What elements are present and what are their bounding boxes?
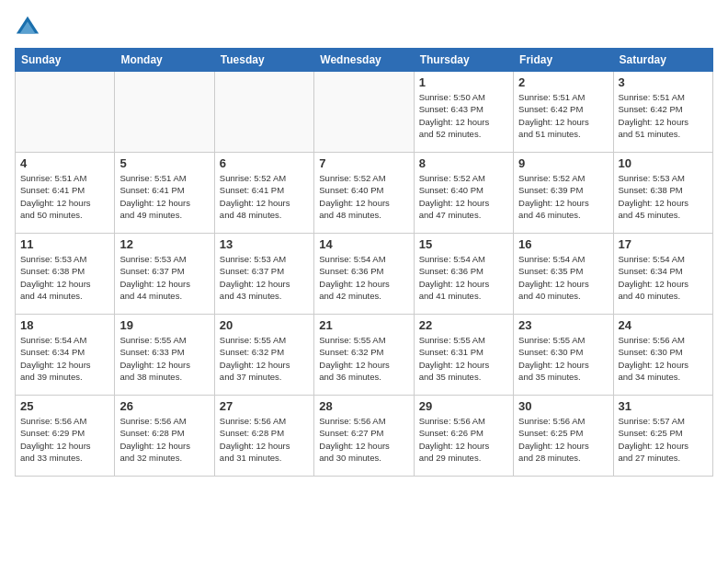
column-header-monday: Monday <box>115 49 214 72</box>
day-number: 15 <box>419 237 508 251</box>
day-number: 14 <box>319 237 408 251</box>
day-number: 23 <box>518 318 608 332</box>
day-number: 27 <box>220 399 309 413</box>
day-number: 8 <box>419 156 508 170</box>
calendar-week-3: 11Sunrise: 5:53 AM Sunset: 6:38 PM Dayli… <box>16 234 713 315</box>
calendar-cell <box>16 72 115 153</box>
column-header-sunday: Sunday <box>16 49 115 72</box>
logo <box>15 15 44 40</box>
day-info: Sunrise: 5:50 AM Sunset: 6:43 PM Dayligh… <box>419 91 508 140</box>
day-number: 19 <box>119 318 209 332</box>
day-number: 5 <box>119 156 209 170</box>
day-number: 12 <box>119 237 209 251</box>
calendar-cell: 21Sunrise: 5:55 AM Sunset: 6:32 PM Dayli… <box>314 315 414 396</box>
day-info: Sunrise: 5:54 AM Sunset: 6:35 PM Dayligh… <box>518 253 608 302</box>
calendar-cell <box>214 72 313 153</box>
day-number: 1 <box>419 75 508 89</box>
calendar-cell: 20Sunrise: 5:55 AM Sunset: 6:32 PM Dayli… <box>214 315 313 396</box>
day-info: Sunrise: 5:53 AM Sunset: 6:38 PM Dayligh… <box>619 172 708 221</box>
calendar-cell: 11Sunrise: 5:53 AM Sunset: 6:38 PM Dayli… <box>16 234 115 315</box>
calendar-cell: 13Sunrise: 5:53 AM Sunset: 6:37 PM Dayli… <box>214 234 313 315</box>
calendar-cell: 15Sunrise: 5:54 AM Sunset: 6:36 PM Dayli… <box>414 234 513 315</box>
calendar-cell: 27Sunrise: 5:56 AM Sunset: 6:28 PM Dayli… <box>214 396 313 477</box>
day-info: Sunrise: 5:54 AM Sunset: 6:34 PM Dayligh… <box>619 253 708 302</box>
calendar-week-5: 25Sunrise: 5:56 AM Sunset: 6:29 PM Dayli… <box>16 396 713 477</box>
calendar-cell: 22Sunrise: 5:55 AM Sunset: 6:31 PM Dayli… <box>414 315 513 396</box>
day-number: 9 <box>518 156 608 170</box>
day-info: Sunrise: 5:56 AM Sunset: 6:30 PM Dayligh… <box>619 334 708 383</box>
calendar-cell: 24Sunrise: 5:56 AM Sunset: 6:30 PM Dayli… <box>613 315 712 396</box>
day-info: Sunrise: 5:51 AM Sunset: 6:42 PM Dayligh… <box>619 91 708 140</box>
calendar-cell: 29Sunrise: 5:56 AM Sunset: 6:26 PM Dayli… <box>414 396 513 477</box>
day-number: 11 <box>20 237 109 251</box>
day-number: 25 <box>20 399 109 413</box>
day-number: 2 <box>518 75 608 89</box>
calendar-cell: 2Sunrise: 5:51 AM Sunset: 6:42 PM Daylig… <box>514 72 613 153</box>
day-info: Sunrise: 5:52 AM Sunset: 6:41 PM Dayligh… <box>220 172 309 221</box>
day-info: Sunrise: 5:56 AM Sunset: 6:29 PM Dayligh… <box>20 415 109 464</box>
calendar-cell: 3Sunrise: 5:51 AM Sunset: 6:42 PM Daylig… <box>613 72 712 153</box>
day-number: 31 <box>619 399 708 413</box>
calendar-week-1: 1Sunrise: 5:50 AM Sunset: 6:43 PM Daylig… <box>16 72 713 153</box>
day-info: Sunrise: 5:56 AM Sunset: 6:28 PM Dayligh… <box>119 415 209 464</box>
day-number: 3 <box>619 75 708 89</box>
day-number: 22 <box>419 318 508 332</box>
column-header-thursday: Thursday <box>414 49 513 72</box>
day-info: Sunrise: 5:51 AM Sunset: 6:41 PM Dayligh… <box>20 172 109 221</box>
day-info: Sunrise: 5:53 AM Sunset: 6:37 PM Dayligh… <box>220 253 309 302</box>
day-info: Sunrise: 5:55 AM Sunset: 6:33 PM Dayligh… <box>119 334 209 383</box>
calendar-cell: 1Sunrise: 5:50 AM Sunset: 6:43 PM Daylig… <box>414 72 513 153</box>
day-info: Sunrise: 5:56 AM Sunset: 6:26 PM Dayligh… <box>419 415 508 464</box>
day-info: Sunrise: 5:52 AM Sunset: 6:40 PM Dayligh… <box>319 172 408 221</box>
calendar-cell: 31Sunrise: 5:57 AM Sunset: 6:25 PM Dayli… <box>613 396 712 477</box>
calendar-cell: 28Sunrise: 5:56 AM Sunset: 6:27 PM Dayli… <box>314 396 414 477</box>
calendar-week-4: 18Sunrise: 5:54 AM Sunset: 6:34 PM Dayli… <box>16 315 713 396</box>
day-info: Sunrise: 5:52 AM Sunset: 6:39 PM Dayligh… <box>518 172 608 221</box>
calendar-table: SundayMondayTuesdayWednesdayThursdayFrid… <box>15 48 713 477</box>
column-header-friday: Friday <box>514 49 613 72</box>
column-header-tuesday: Tuesday <box>214 49 313 72</box>
calendar-cell: 23Sunrise: 5:55 AM Sunset: 6:30 PM Dayli… <box>514 315 613 396</box>
calendar-cell: 9Sunrise: 5:52 AM Sunset: 6:39 PM Daylig… <box>514 153 613 234</box>
day-info: Sunrise: 5:56 AM Sunset: 6:25 PM Dayligh… <box>518 415 608 464</box>
day-info: Sunrise: 5:54 AM Sunset: 6:36 PM Dayligh… <box>319 253 408 302</box>
day-info: Sunrise: 5:56 AM Sunset: 6:27 PM Dayligh… <box>319 415 408 464</box>
day-info: Sunrise: 5:51 AM Sunset: 6:42 PM Dayligh… <box>518 91 608 140</box>
day-info: Sunrise: 5:54 AM Sunset: 6:36 PM Dayligh… <box>419 253 508 302</box>
calendar-cell: 30Sunrise: 5:56 AM Sunset: 6:25 PM Dayli… <box>514 396 613 477</box>
day-info: Sunrise: 5:55 AM Sunset: 6:31 PM Dayligh… <box>419 334 508 383</box>
column-header-wednesday: Wednesday <box>314 49 414 72</box>
day-info: Sunrise: 5:57 AM Sunset: 6:25 PM Dayligh… <box>619 415 708 464</box>
day-number: 20 <box>220 318 309 332</box>
day-number: 6 <box>220 156 309 170</box>
day-number: 24 <box>619 318 708 332</box>
calendar-cell: 10Sunrise: 5:53 AM Sunset: 6:38 PM Dayli… <box>613 153 712 234</box>
day-info: Sunrise: 5:56 AM Sunset: 6:28 PM Dayligh… <box>220 415 309 464</box>
day-number: 28 <box>319 399 408 413</box>
day-number: 21 <box>319 318 408 332</box>
logo-icon <box>15 15 40 40</box>
day-number: 16 <box>518 237 608 251</box>
day-info: Sunrise: 5:54 AM Sunset: 6:34 PM Dayligh… <box>20 334 109 383</box>
calendar-cell: 19Sunrise: 5:55 AM Sunset: 6:33 PM Dayli… <box>115 315 214 396</box>
calendar-header-row: SundayMondayTuesdayWednesdayThursdayFrid… <box>16 49 713 72</box>
day-number: 13 <box>220 237 309 251</box>
calendar-cell: 25Sunrise: 5:56 AM Sunset: 6:29 PM Dayli… <box>16 396 115 477</box>
calendar-cell <box>314 72 414 153</box>
calendar-cell: 26Sunrise: 5:56 AM Sunset: 6:28 PM Dayli… <box>115 396 214 477</box>
calendar-cell: 14Sunrise: 5:54 AM Sunset: 6:36 PM Dayli… <box>314 234 414 315</box>
day-info: Sunrise: 5:52 AM Sunset: 6:40 PM Dayligh… <box>419 172 508 221</box>
column-header-saturday: Saturday <box>613 49 712 72</box>
calendar-cell: 6Sunrise: 5:52 AM Sunset: 6:41 PM Daylig… <box>214 153 313 234</box>
calendar-cell: 16Sunrise: 5:54 AM Sunset: 6:35 PM Dayli… <box>514 234 613 315</box>
calendar-cell: 8Sunrise: 5:52 AM Sunset: 6:40 PM Daylig… <box>414 153 513 234</box>
day-number: 17 <box>619 237 708 251</box>
day-info: Sunrise: 5:53 AM Sunset: 6:38 PM Dayligh… <box>20 253 109 302</box>
day-number: 10 <box>619 156 708 170</box>
day-info: Sunrise: 5:51 AM Sunset: 6:41 PM Dayligh… <box>119 172 209 221</box>
calendar-cell: 17Sunrise: 5:54 AM Sunset: 6:34 PM Dayli… <box>613 234 712 315</box>
calendar-week-2: 4Sunrise: 5:51 AM Sunset: 6:41 PM Daylig… <box>16 153 713 234</box>
calendar-cell: 5Sunrise: 5:51 AM Sunset: 6:41 PM Daylig… <box>115 153 214 234</box>
day-number: 26 <box>119 399 209 413</box>
calendar-cell <box>115 72 214 153</box>
